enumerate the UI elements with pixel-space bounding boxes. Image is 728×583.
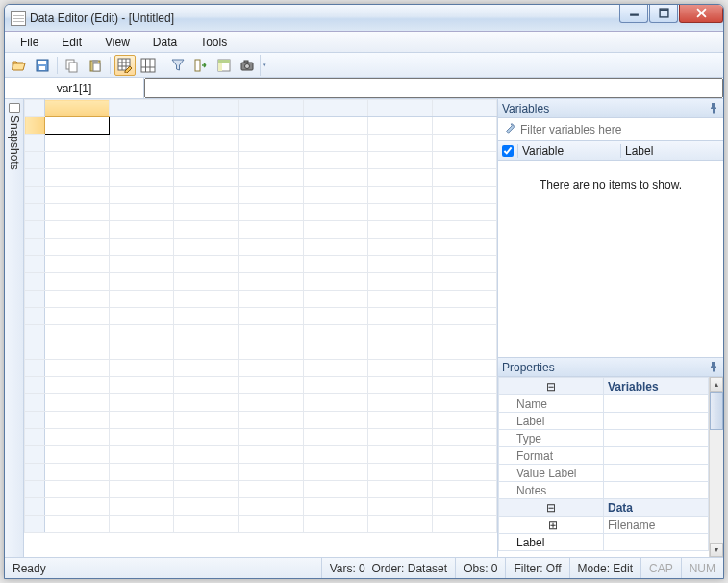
- grid-cell[interactable]: [303, 377, 367, 394]
- grid-cell[interactable]: [238, 377, 303, 394]
- menu-file[interactable]: File: [11, 34, 48, 51]
- grid-cell[interactable]: [367, 325, 432, 342]
- grid-cell[interactable]: [110, 412, 174, 429]
- grid-cell[interactable]: [432, 360, 496, 377]
- grid-cell[interactable]: [174, 169, 238, 187]
- grid-cell[interactable]: [174, 342, 238, 360]
- grid-cell[interactable]: [174, 308, 238, 325]
- grid-cell[interactable]: [45, 481, 110, 498]
- grid-cell[interactable]: [110, 256, 174, 273]
- grid-cell[interactable]: [174, 239, 238, 256]
- grid-cell[interactable]: [432, 325, 496, 342]
- grid-cell[interactable]: [174, 135, 238, 152]
- row-header[interactable]: [25, 342, 45, 360]
- maximize-button[interactable]: [649, 4, 678, 23]
- grid-cell[interactable]: [45, 204, 110, 221]
- grid-cell[interactable]: [45, 377, 110, 394]
- grid-cell[interactable]: [45, 152, 110, 169]
- grid-cell[interactable]: [238, 239, 303, 256]
- grid-cell[interactable]: [367, 135, 432, 152]
- grid-cell[interactable]: [303, 360, 367, 377]
- row-header[interactable]: [25, 291, 45, 308]
- grid-cell[interactable]: [303, 481, 367, 498]
- grid-cell[interactable]: [110, 187, 174, 204]
- cell-value-input[interactable]: [144, 78, 723, 98]
- properties-group-variables[interactable]: ⊟Variables: [499, 378, 709, 395]
- grid-cell[interactable]: [174, 117, 238, 135]
- row-header[interactable]: [25, 152, 45, 169]
- grid-cell[interactable]: [432, 308, 496, 325]
- grid-cell[interactable]: [238, 308, 303, 325]
- grid-cell[interactable]: [367, 256, 432, 273]
- grid-cell[interactable]: [367, 377, 432, 394]
- grid-cell[interactable]: [432, 152, 496, 169]
- grid-cell[interactable]: [367, 498, 432, 516]
- grid-cell[interactable]: [303, 498, 367, 516]
- property-value[interactable]: [604, 465, 709, 482]
- grid-cell[interactable]: [432, 256, 496, 273]
- grid-cell[interactable]: [110, 239, 174, 256]
- grid-cell[interactable]: [45, 394, 110, 412]
- grid-cell[interactable]: [303, 308, 367, 325]
- grid-cell[interactable]: [110, 169, 174, 187]
- grid-cell[interactable]: [45, 256, 110, 273]
- row-header[interactable]: [25, 204, 45, 221]
- property-row-name[interactable]: Name: [499, 395, 709, 413]
- column-header[interactable]: [432, 100, 496, 117]
- grid-cell[interactable]: [110, 394, 174, 412]
- grid-cell[interactable]: [238, 464, 303, 481]
- grid-cell[interactable]: [45, 429, 110, 446]
- grid-cell[interactable]: [367, 308, 432, 325]
- grid-cell[interactable]: [174, 516, 238, 533]
- minimize-button[interactable]: [619, 4, 648, 23]
- grid-cell[interactable]: [303, 429, 367, 446]
- grid-cell[interactable]: [367, 342, 432, 360]
- variables-check-all[interactable]: [498, 145, 517, 157]
- grid-cell[interactable]: [367, 239, 432, 256]
- data-grid[interactable]: [24, 99, 498, 557]
- row-header[interactable]: [25, 377, 45, 394]
- grid-cell[interactable]: [45, 498, 110, 516]
- grid-cell[interactable]: [110, 152, 174, 169]
- grid-cell[interactable]: [432, 498, 496, 516]
- row-header[interactable]: [25, 221, 45, 239]
- grid-cell[interactable]: [303, 464, 367, 481]
- toolbar-overflow[interactable]: ▾: [260, 55, 267, 76]
- scrollbar-up-button[interactable]: ▲: [710, 377, 723, 392]
- properties-scrollbar[interactable]: ▲ ▼: [709, 377, 723, 557]
- grid-cell[interactable]: [110, 221, 174, 239]
- property-row-type[interactable]: Type: [499, 430, 709, 447]
- grid-cell[interactable]: [303, 256, 367, 273]
- grid-cell[interactable]: [303, 412, 367, 429]
- grid-cell[interactable]: [238, 412, 303, 429]
- property-value[interactable]: [604, 430, 709, 447]
- grid-cell[interactable]: [174, 221, 238, 239]
- grid-cell[interactable]: [174, 204, 238, 221]
- grid-cell[interactable]: [45, 446, 110, 464]
- property-value[interactable]: [604, 482, 709, 499]
- grid-cell[interactable]: [110, 342, 174, 360]
- row-header[interactable]: [25, 256, 45, 273]
- row-header[interactable]: [25, 325, 45, 342]
- grid-cell[interactable]: [110, 516, 174, 533]
- grid-cell[interactable]: [303, 446, 367, 464]
- edit-mode-button[interactable]: [114, 55, 136, 76]
- expand-icon[interactable]: ⊞: [499, 517, 604, 534]
- open-button[interactable]: [9, 55, 30, 76]
- grid-cell[interactable]: [432, 446, 496, 464]
- grid-cell[interactable]: [432, 342, 496, 360]
- grid-cell[interactable]: [367, 204, 432, 221]
- grid-cell[interactable]: [432, 429, 496, 446]
- column-header[interactable]: [238, 100, 303, 117]
- property-row-value-label[interactable]: Value Label: [499, 465, 709, 482]
- row-header[interactable]: [25, 187, 45, 204]
- grid-cell[interactable]: [432, 221, 496, 239]
- grid-cell[interactable]: [303, 169, 367, 187]
- column-header[interactable]: [367, 100, 432, 117]
- grid-cell[interactable]: [174, 412, 238, 429]
- grid-cell[interactable]: [303, 187, 367, 204]
- menu-view[interactable]: View: [95, 34, 139, 51]
- grid-cell[interactable]: [45, 291, 110, 308]
- grid-cell[interactable]: [174, 394, 238, 412]
- grid-corner[interactable]: [25, 100, 45, 117]
